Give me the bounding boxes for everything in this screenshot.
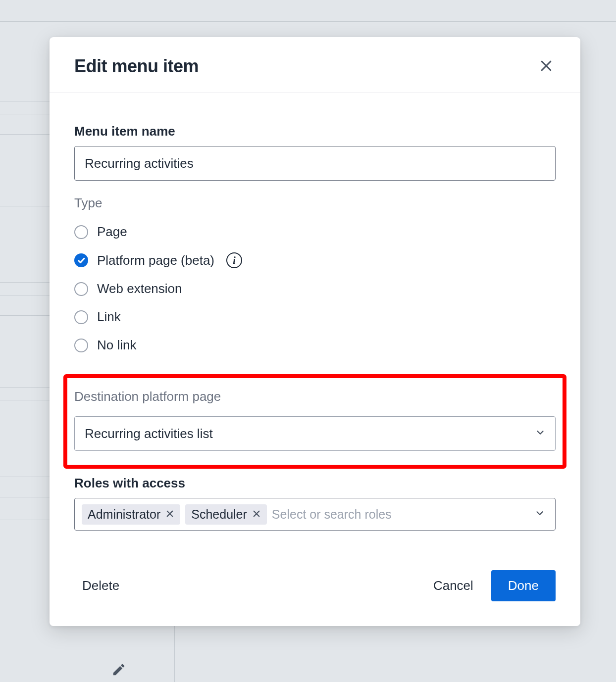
roles-placeholder: Select or search roles	[272, 507, 392, 522]
info-icon[interactable]: i	[226, 252, 242, 268]
radio-unchecked-icon	[74, 339, 88, 352]
destination-label: Destination platform page	[74, 389, 556, 404]
role-tag-label: Administrator	[88, 507, 160, 522]
roles-field-group: Roles with access Administrator Schedule…	[74, 476, 556, 531]
remove-role-button[interactable]	[252, 509, 261, 520]
radio-label: Web extension	[97, 281, 182, 296]
type-radio-list: Page Platform page (beta) i Web extensio…	[74, 218, 556, 359]
radio-label: Page	[97, 224, 127, 240]
edit-menu-item-modal: Edit menu item Menu item name Type Page	[50, 37, 580, 626]
chevron-down-icon[interactable]	[534, 508, 545, 521]
radio-unchecked-icon	[74, 310, 88, 324]
destination-select-wrap: Recurring activities list	[74, 416, 556, 451]
radio-checked-icon	[74, 253, 88, 267]
close-icon	[252, 509, 261, 520]
name-input[interactable]	[74, 146, 556, 181]
destination-value: Recurring activities list	[85, 426, 213, 441]
destination-select[interactable]: Recurring activities list	[74, 416, 556, 451]
type-option-link[interactable]: Link	[74, 303, 556, 331]
close-icon	[165, 509, 174, 520]
radio-unchecked-icon	[74, 225, 88, 239]
type-option-no-link[interactable]: No link	[74, 331, 556, 359]
remove-role-button[interactable]	[165, 509, 174, 520]
cancel-button[interactable]: Cancel	[425, 571, 481, 600]
name-field-group: Menu item name	[74, 124, 556, 181]
close-icon	[539, 58, 554, 75]
modal-header: Edit menu item	[50, 37, 580, 93]
type-option-platform-page[interactable]: Platform page (beta) i	[74, 246, 556, 275]
roles-input[interactable]: Administrator Scheduler Selec	[74, 498, 556, 531]
role-tag-label: Scheduler	[191, 507, 247, 522]
modal-title: Edit menu item	[74, 56, 199, 77]
footer-actions: Cancel Done	[425, 570, 556, 601]
delete-button[interactable]: Delete	[74, 571, 127, 600]
modal-body: Menu item name Type Page Platform page (…	[50, 93, 580, 555]
type-option-web-extension[interactable]: Web extension	[74, 275, 556, 303]
done-button[interactable]: Done	[491, 570, 556, 601]
modal-footer: Delete Cancel Done	[50, 555, 580, 626]
roles-label: Roles with access	[74, 476, 556, 491]
role-tag: Scheduler	[185, 504, 267, 525]
edit-icon	[111, 662, 126, 677]
radio-label: Platform page (beta)	[97, 253, 214, 268]
radio-unchecked-icon	[74, 282, 88, 296]
type-label: Type	[74, 195, 556, 211]
role-tag: Administrator	[82, 504, 180, 525]
close-button[interactable]	[537, 56, 556, 77]
radio-label: Link	[97, 309, 121, 325]
destination-highlight: Destination platform page Recurring acti…	[63, 374, 566, 469]
type-option-page[interactable]: Page	[74, 218, 556, 246]
type-field-group: Type Page Platform page (beta) i Web ext…	[74, 195, 556, 359]
radio-label: No link	[97, 338, 136, 353]
name-label: Menu item name	[74, 124, 556, 139]
